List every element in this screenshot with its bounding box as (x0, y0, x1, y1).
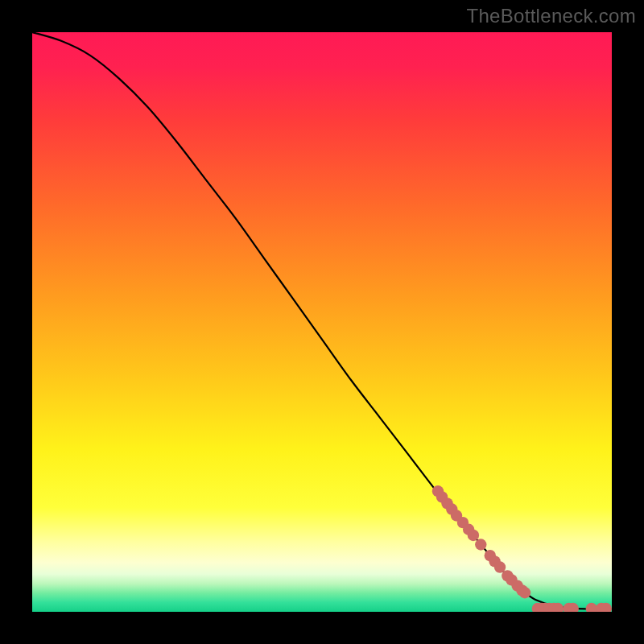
chart-svg (32, 32, 612, 612)
plot-area (32, 32, 612, 612)
data-point (519, 587, 530, 598)
data-point (475, 539, 486, 550)
data-point (468, 530, 479, 541)
chart-container: TheBottleneck.com (0, 0, 644, 644)
data-point (494, 561, 506, 572)
watermark-text: TheBottleneck.com (466, 5, 636, 27)
gradient-background (32, 32, 612, 612)
